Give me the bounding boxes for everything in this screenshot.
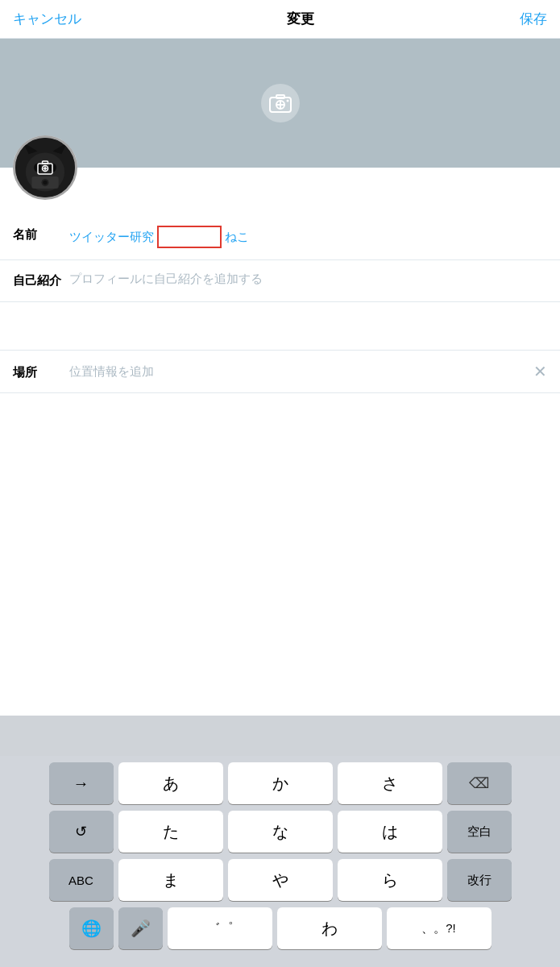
- bio-placeholder: プロフィールに自己紹介を追加する: [69, 272, 263, 287]
- svg-point-3: [286, 100, 288, 102]
- globe-key[interactable]: 🌐: [69, 907, 114, 949]
- bio-row: 自己紹介 プロフィールに自己紹介を追加する: [0, 260, 560, 302]
- keyboard-bottom-pad: [5, 956, 555, 964]
- globe-icon: 🌐: [81, 919, 102, 938]
- name-field[interactable]: ツイッター研究 ねこ: [69, 226, 547, 248]
- keyboard-row-1: → あ か さ ⌫: [5, 762, 555, 804]
- arrow-key[interactable]: →: [49, 762, 114, 804]
- name-input-highlight[interactable]: [157, 226, 222, 248]
- key-ka-label: か: [272, 773, 288, 795]
- keyboard: → あ か さ ⌫ ↺ た な: [0, 716, 560, 967]
- key-na-label: な: [272, 821, 288, 843]
- banner-camera-icon[interactable]: [261, 84, 300, 122]
- cancel-button[interactable]: キャンセル: [13, 10, 81, 28]
- key-punctuation-label: 、。?!: [421, 921, 456, 936]
- mic-icon: 🎤: [131, 919, 151, 938]
- space-key[interactable]: 空白: [447, 811, 512, 853]
- key-sa-label: さ: [382, 773, 398, 795]
- name-suffix: ねこ: [225, 230, 249, 245]
- enter-key[interactable]: 改行: [447, 859, 512, 901]
- key-ka[interactable]: か: [228, 762, 333, 804]
- key-ta-label: た: [163, 821, 179, 843]
- navigation-bar: キャンセル 変更 保存: [0, 0, 560, 39]
- abc-key[interactable]: ABC: [49, 859, 114, 901]
- enter-key-label: 改行: [467, 873, 492, 888]
- key-ra[interactable]: ら: [338, 859, 442, 901]
- location-placeholder[interactable]: 位置情報を追加: [69, 364, 533, 380]
- arrow-icon: →: [73, 774, 89, 793]
- key-wa[interactable]: わ: [277, 907, 382, 949]
- key-wa-label: わ: [321, 918, 338, 940]
- key-punctuation[interactable]: 、。?!: [387, 907, 492, 949]
- keyboard-grid: → あ か さ ⌫ ↺ た な: [0, 756, 560, 967]
- keyboard-row-4: 🌐 🎤 ゛゜ わ 、。?!: [5, 907, 555, 949]
- keyboard-top-bar: [0, 716, 560, 756]
- keyboard-row-3: ABC ま や ら 改行: [5, 859, 555, 901]
- name-label: 名前: [13, 226, 69, 243]
- key-ma[interactable]: ま: [118, 859, 223, 901]
- key-ya-label: や: [272, 869, 288, 891]
- key-dakuten-label: ゛゜: [207, 920, 233, 937]
- delete-icon: ⌫: [469, 774, 489, 792]
- spacer: [0, 302, 560, 351]
- key-dakuten[interactable]: ゛゜: [168, 907, 272, 949]
- key-ta[interactable]: た: [118, 811, 223, 853]
- key-ma-label: ま: [163, 869, 179, 891]
- key-na[interactable]: な: [228, 811, 333, 853]
- avatar-section: [0, 168, 560, 208]
- bio-label: 自己紹介: [13, 272, 69, 288]
- space-key-label: 空白: [467, 824, 492, 840]
- key-ha[interactable]: は: [338, 811, 442, 853]
- location-clear-button[interactable]: ✕: [533, 362, 547, 381]
- keyboard-row-2: ↺ た な は 空白: [5, 811, 555, 853]
- key-a-label: あ: [163, 773, 179, 795]
- svg-rect-18: [43, 161, 48, 164]
- banner-area[interactable]: [0, 39, 560, 168]
- page-title: 変更: [287, 10, 314, 28]
- save-button[interactable]: 保存: [520, 10, 547, 28]
- key-ra-label: ら: [382, 869, 398, 891]
- key-sa[interactable]: さ: [338, 762, 442, 804]
- key-ya[interactable]: や: [228, 859, 333, 901]
- location-row: 場所 位置情報を追加 ✕: [0, 351, 560, 393]
- undo-icon: ↺: [75, 823, 87, 840]
- mic-key[interactable]: 🎤: [118, 907, 163, 949]
- name-prefix: ツイッター研究: [69, 230, 154, 245]
- key-ha-label: は: [382, 821, 398, 843]
- location-label: 場所: [13, 363, 69, 380]
- undo-key[interactable]: ↺: [49, 811, 114, 853]
- avatar-camera-overlay[interactable]: [13, 135, 77, 200]
- delete-key[interactable]: ⌫: [447, 762, 512, 804]
- form-section: 名前 ツイッター研究 ねこ 自己紹介 プロフィールに自己紹介を追加する 場所 位…: [0, 214, 560, 393]
- name-row: 名前 ツイッター研究 ねこ: [0, 214, 560, 260]
- abc-key-label: ABC: [68, 874, 93, 887]
- bio-field[interactable]: プロフィールに自己紹介を追加する: [69, 272, 547, 287]
- key-a[interactable]: あ: [118, 762, 223, 804]
